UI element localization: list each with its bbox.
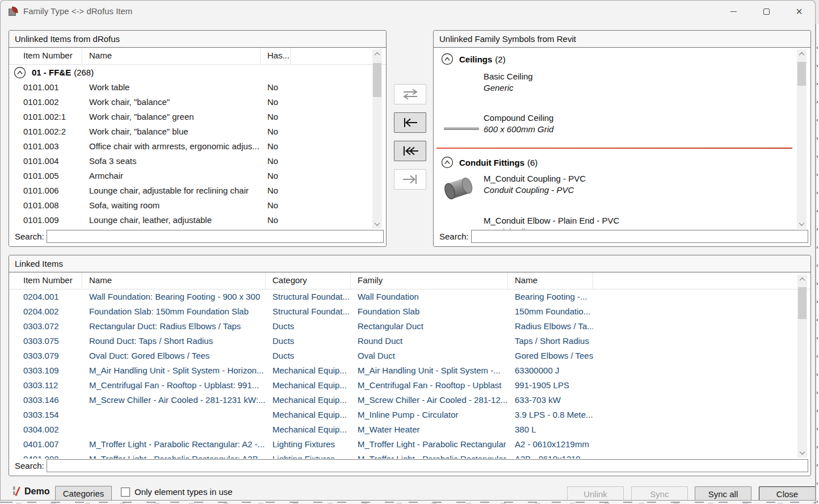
cell-has: No bbox=[261, 183, 291, 198]
element-types-checkbox[interactable] bbox=[121, 488, 130, 497]
arrow-right-bar-icon bbox=[400, 173, 421, 186]
revit-item-conduit-elbow[interactable]: M_Conduit Elbow - Plain End - PVC Condui… bbox=[434, 216, 810, 229]
table-row[interactable]: 0101.002:2Work chair, "balance" blueNo bbox=[9, 124, 386, 139]
scroll-up-icon[interactable] bbox=[797, 275, 807, 284]
categories-button[interactable]: Categories bbox=[55, 486, 112, 501]
table-row[interactable]: 0101.005ArmchairNo bbox=[9, 169, 386, 183]
table-row[interactable]: 0303.109M_Air Handling Unit - Split Syst… bbox=[9, 363, 810, 378]
titlebar[interactable]: Family Type <-> dRofus Item × bbox=[1, 1, 815, 23]
column-header-type-name[interactable]: Name bbox=[508, 272, 593, 289]
column-header-name[interactable]: Name bbox=[82, 48, 261, 64]
table-row[interactable]: 0303.154Mechanical Equip...M_Inline Pump… bbox=[9, 408, 810, 422]
table-row[interactable]: 0401.007M_Troffer Light - Parabolic Rect… bbox=[9, 437, 810, 452]
column-header-has[interactable]: Has... bbox=[261, 48, 291, 64]
table-row[interactable]: 0303.112M_Centrifugal Fan - Rooftop - Up… bbox=[9, 378, 810, 393]
group-count: (268) bbox=[74, 68, 94, 77]
revit-group-ceilings[interactable]: Ceilings (2) bbox=[434, 52, 506, 66]
table-row[interactable]: 0101.006Lounge chair, adjustable for rec… bbox=[9, 183, 386, 198]
cell-type-name: A2B - 0610x1219 bbox=[508, 452, 593, 459]
column-header-category[interactable]: Category bbox=[266, 272, 351, 289]
app-window: Family Type <-> dRofus Item × Unlinked I… bbox=[0, 0, 816, 501]
checkbox-label[interactable]: Only element types in use bbox=[135, 487, 233, 497]
scrollbar[interactable] bbox=[372, 49, 382, 229]
table-row[interactable]: 0401.008M_Troffer Light - Parabolic Rect… bbox=[9, 452, 810, 459]
revit-item-basic-ceiling[interactable]: Basic Ceiling Generic bbox=[434, 72, 810, 98]
cell-category: Lighting Fixtures bbox=[266, 452, 351, 459]
close-window-button[interactable]: × bbox=[786, 2, 812, 21]
window-title: Family Type <-> dRofus Item bbox=[23, 6, 132, 16]
cell-item-number: 0303.072 bbox=[15, 319, 82, 334]
unlinked-revit-title: Unlinked Family Symbols from Revit bbox=[434, 31, 810, 48]
table-row[interactable]: 0101.003Office chair with armrests, ergo… bbox=[9, 139, 386, 154]
scrollbar[interactable] bbox=[797, 49, 807, 229]
cell-family: M_Centrifugal Fan - Rooftop - Upblast bbox=[351, 378, 508, 393]
revit-item-compound-ceiling[interactable]: Compound Ceiling 600 x 600mm Grid bbox=[434, 113, 810, 139]
drofus-table-header: Item Number Name Has... bbox=[9, 48, 386, 65]
scrollbar[interactable] bbox=[797, 275, 807, 457]
table-row[interactable]: 0101.001Work tableNo bbox=[9, 80, 386, 95]
collapse-icon[interactable] bbox=[441, 156, 453, 169]
revit-group-conduit-fittings[interactable]: Conduit Fittings (6) bbox=[434, 156, 537, 169]
table-row[interactable]: 0303.072Rectangular Duct: Radius Elbows … bbox=[9, 319, 810, 334]
scrollbar-thumb[interactable] bbox=[798, 287, 807, 319]
cell-category: Mechanical Equip... bbox=[266, 408, 351, 422]
type-name: Conduit Coupling - PVC bbox=[484, 185, 574, 195]
cell-item-number: 0303.079 bbox=[15, 348, 82, 363]
table-row[interactable]: 0101.002Work chair, "balance"No bbox=[9, 95, 386, 110]
table-row[interactable]: 0304.002Mechanical Equip...M_Water Heate… bbox=[9, 422, 810, 437]
family-name: Basic Ceiling bbox=[484, 72, 533, 81]
close-button[interactable]: Close bbox=[759, 486, 816, 501]
cell-name: Round Duct: Taps / Short Radius bbox=[82, 334, 266, 348]
column-header-item-number[interactable]: Item Number bbox=[15, 272, 82, 289]
table-row[interactable]: 0101.002:1Work chair, "balance" greenNo bbox=[9, 110, 386, 124]
cell-item-number: 0101.008 bbox=[15, 198, 82, 213]
column-header-item-number[interactable]: Item Number bbox=[15, 48, 82, 64]
cell-name: M_Troffer Light - Parabolic Rectangular:… bbox=[82, 452, 266, 459]
maximize-button[interactable] bbox=[753, 2, 779, 21]
scroll-down-icon[interactable] bbox=[797, 448, 807, 457]
revit-item-conduit-coupling[interactable]: M_Conduit Coupling - PVC Conduit Couplin… bbox=[434, 174, 810, 208]
cell-family: M_Inline Pump - Circulator bbox=[351, 408, 508, 422]
cell-type-name: 991-1905 LPS bbox=[508, 378, 593, 393]
table-row[interactable]: 0101.008Sofa, waiting roomNo bbox=[9, 198, 386, 213]
cell-family: Wall Foundation bbox=[351, 289, 508, 304]
column-header-empty bbox=[291, 48, 386, 64]
type-name: Generic bbox=[484, 83, 514, 93]
table-row[interactable]: 0303.075Round Duct: Taps / Short RadiusD… bbox=[9, 334, 810, 348]
group-count: (2) bbox=[495, 54, 505, 64]
cell-name: Lounge chair, leather, adjustable bbox=[82, 213, 261, 228]
scroll-down-icon[interactable] bbox=[797, 219, 807, 229]
drofus-search-input[interactable] bbox=[47, 230, 384, 243]
table-row[interactable]: 0204.001Wall Foundation: Bearing Footing… bbox=[9, 289, 810, 304]
scroll-up-icon[interactable] bbox=[797, 49, 807, 59]
scrollbar-thumb[interactable] bbox=[373, 63, 381, 97]
move-left-button[interactable] bbox=[394, 112, 426, 133]
drofus-group-row[interactable]: 01 - FF&E (268) bbox=[9, 65, 386, 80]
linked-search-input[interactable] bbox=[47, 459, 808, 472]
column-header-name[interactable]: Name bbox=[82, 272, 266, 289]
sync-all-button[interactable]: Sync all bbox=[695, 486, 751, 501]
scrollbar-thumb[interactable] bbox=[797, 62, 806, 86]
cell-item-number: 0101.002 bbox=[15, 95, 82, 110]
minimize-button[interactable] bbox=[720, 2, 746, 21]
collapse-icon[interactable] bbox=[14, 66, 26, 79]
revit-search-input[interactable] bbox=[471, 230, 808, 243]
group-label: Conduit Fittings bbox=[459, 158, 524, 167]
collapse-icon[interactable] bbox=[441, 53, 453, 65]
cell-item-number: 0401.007 bbox=[15, 437, 82, 452]
table-row[interactable]: 0204.002Foundation Slab: 150mm Foundatio… bbox=[9, 304, 810, 319]
unlink-button: Unlink bbox=[567, 486, 624, 501]
table-row[interactable]: 0303.079Oval Duct: Gored Elbows / TeesDu… bbox=[9, 348, 810, 363]
family-name: Compound Ceiling bbox=[484, 113, 553, 123]
move-all-left-button[interactable] bbox=[394, 141, 426, 161]
table-row[interactable]: 0303.146M_Screw Chiller - Air Cooled - 2… bbox=[9, 393, 810, 408]
cell-name: Work table bbox=[82, 80, 261, 95]
scroll-down-icon[interactable] bbox=[372, 219, 382, 229]
family-name: M_Conduit Elbow - Plain End - PVC bbox=[484, 216, 619, 225]
column-header-family[interactable]: Family bbox=[351, 272, 508, 289]
cell-name: M_Air Handling Unit - Split System - Hor… bbox=[82, 363, 266, 378]
table-row[interactable]: 0101.009Lounge chair, leather, adjustabl… bbox=[9, 213, 386, 228]
table-row[interactable]: 0101.004Sofa 3 seatsNo bbox=[9, 154, 386, 169]
scroll-up-icon[interactable] bbox=[372, 49, 382, 59]
column-header-empty bbox=[593, 272, 810, 289]
